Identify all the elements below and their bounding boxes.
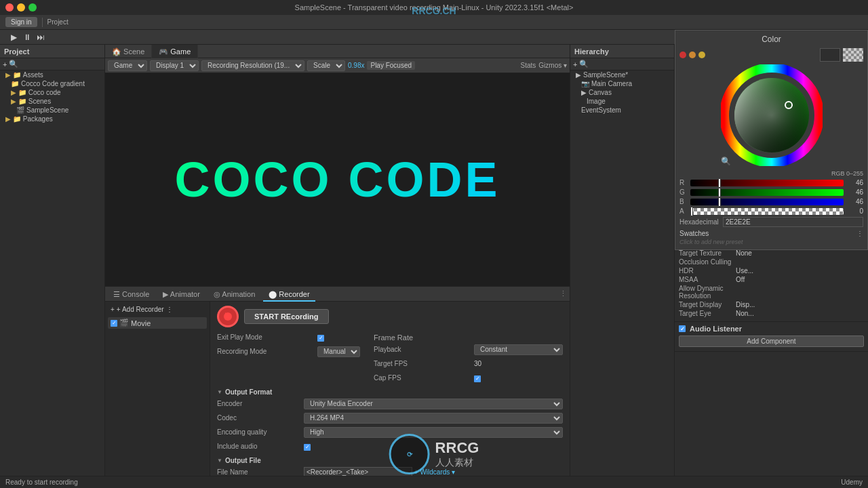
pause-button[interactable]: ⏸ bbox=[22, 32, 33, 43]
hex-label: Hexadecimal bbox=[679, 218, 720, 226]
movie-item[interactable]: ✓ 🎬 Movie bbox=[108, 317, 207, 329]
display-dropdown[interactable]: Display 1 bbox=[150, 60, 199, 71]
close-button[interactable] bbox=[5, 3, 14, 12]
file-name-input[interactable] bbox=[304, 467, 412, 476]
hex-input[interactable] bbox=[723, 217, 863, 227]
yellow-swatch[interactable] bbox=[698, 52, 705, 58]
tree-samplescene[interactable]: 🎬 SampleScene bbox=[0, 106, 104, 115]
scene-tab[interactable]: 🏠 Scene bbox=[105, 45, 152, 58]
console-tab[interactable]: ☰ Console bbox=[108, 287, 155, 302]
folder-icon: ▶ 📁 bbox=[11, 98, 26, 105]
add-button[interactable]: + bbox=[3, 60, 7, 68]
canvas-icon: ▶ bbox=[581, 89, 587, 96]
hierarchy-canvas[interactable]: ▶ Canvas bbox=[570, 88, 674, 97]
hierarchy-add[interactable]: + bbox=[573, 60, 577, 68]
color-picker-swatches-row bbox=[679, 48, 863, 62]
add-recorder-menu[interactable]: ⋮ bbox=[166, 306, 173, 313]
red-swatch[interactable] bbox=[679, 52, 686, 58]
encoder-select[interactable]: Unity Media Encoder bbox=[304, 399, 563, 409]
search-button[interactable]: 🔍 bbox=[9, 60, 18, 68]
b-thumb[interactable] bbox=[718, 197, 721, 207]
recorder-columns: Exit Play Mode ✓ Recording Mode Manual bbox=[217, 331, 563, 384]
animator-tab[interactable]: ▶ Animator bbox=[157, 287, 205, 302]
hierarchy-samplescene[interactable]: ▶ SampleScene* bbox=[570, 70, 674, 79]
orange-swatch[interactable] bbox=[689, 52, 696, 58]
exit-play-checkbox[interactable]: ✓ bbox=[317, 335, 324, 342]
r-thumb[interactable] bbox=[718, 178, 721, 188]
recording-mode-select[interactable]: Manual bbox=[317, 346, 360, 357]
maximize-button[interactable] bbox=[28, 3, 37, 12]
bottom-menu[interactable]: ⋮ bbox=[559, 289, 567, 298]
tree-assets[interactable]: ▶ 📁 Assets bbox=[0, 70, 104, 79]
play-focused-button[interactable]: Play Focused bbox=[367, 61, 415, 70]
swatches-section: Swatches ⋮ Click to add new preset bbox=[679, 230, 863, 245]
game-tab[interactable]: 🎮 Game bbox=[152, 45, 198, 58]
resolution-dropdown[interactable]: Recording Resolution (19... bbox=[201, 60, 304, 71]
eyedropper-button[interactable]: 🔍 bbox=[721, 157, 731, 166]
movie-checkbox[interactable]: ✓ bbox=[111, 320, 117, 327]
inspector-panel: Inspector ✓ Main Camera Static Tag MainC… bbox=[675, 45, 868, 476]
encoding-quality-select[interactable]: High bbox=[304, 427, 563, 438]
hex-row: Hexadecimal bbox=[679, 217, 863, 227]
tree-coco-code-label: Coco code bbox=[28, 89, 61, 96]
codec-select[interactable]: H.264 MP4 bbox=[304, 413, 563, 424]
hierarchy-image[interactable]: Image bbox=[570, 97, 674, 106]
add-component-button[interactable]: Add Component bbox=[679, 336, 864, 347]
tree-packages[interactable]: ▶ 📁 Packages bbox=[0, 115, 104, 123]
b-slider[interactable] bbox=[690, 199, 844, 205]
wildcards-button[interactable]: + Wildcards ▾ bbox=[414, 468, 455, 476]
frame-rate-label: Frame Rate bbox=[374, 331, 563, 344]
g-value: 46 bbox=[846, 188, 863, 196]
recorder-header: START REcording bbox=[217, 306, 563, 327]
center-area: 🏠 Scene 🎮 Game Game Display 1 Recording … bbox=[105, 45, 570, 476]
hierarchy-panel: Hierarchy + 🔍 ▶ SampleScene* 📷 Main Came… bbox=[570, 45, 675, 476]
game-dropdown[interactable]: Game bbox=[108, 60, 147, 71]
minimize-button[interactable] bbox=[17, 3, 25, 12]
playback-label: Playback bbox=[374, 344, 469, 356]
tree-coco-code[interactable]: ▶ 📁 Coco code bbox=[0, 88, 104, 97]
a-slider[interactable] bbox=[690, 208, 844, 215]
hdr-value: Use... bbox=[736, 267, 753, 274]
playback-select[interactable]: Constant bbox=[474, 344, 563, 355]
add-preset-label: Click to add new preset bbox=[679, 239, 863, 245]
tree-coco-gradient[interactable]: 📁 Cocco Code gradient bbox=[0, 79, 104, 88]
animation-tab[interactable]: ◎ Animation bbox=[208, 287, 260, 302]
g-thumb[interactable] bbox=[718, 188, 721, 197]
play-button[interactable]: ▶ bbox=[8, 32, 19, 43]
view-tabs: 🏠 Scene 🎮 Game bbox=[105, 45, 570, 58]
scale-dropdown[interactable]: Scale bbox=[307, 60, 345, 71]
tree-scenes[interactable]: ▶ 📁 Scenes bbox=[0, 97, 104, 106]
hdr-label: HDR bbox=[679, 267, 733, 274]
r-slider[interactable] bbox=[690, 180, 844, 186]
include-audio-value: ✓ bbox=[304, 441, 563, 453]
a-thumb[interactable] bbox=[690, 207, 693, 216]
include-audio-checkbox[interactable]: ✓ bbox=[304, 444, 311, 451]
project-panel: Project + 🔍 ▶ 📁 Assets 📁 Cocco Code grad… bbox=[0, 45, 105, 476]
recorder-left-panel: + + Add Recorder ⋮ ✓ 🎬 Movie bbox=[105, 302, 210, 476]
folder-icon: ▶ 📁 bbox=[11, 89, 26, 96]
hierarchy-main-camera[interactable]: 📷 Main Camera bbox=[570, 79, 674, 88]
hierarchy-header: Hierarchy bbox=[570, 45, 674, 58]
a-value: 0 bbox=[846, 207, 863, 215]
gizmos-btn[interactable]: Gizmos ▾ bbox=[538, 62, 567, 69]
record-button-inner bbox=[224, 312, 232, 321]
record-button[interactable] bbox=[217, 306, 239, 327]
stats-btn[interactable]: Stats bbox=[521, 62, 536, 69]
cap-fps-checkbox[interactable]: ✓ bbox=[474, 375, 481, 382]
recorder-tab[interactable]: ⬤ Recorder bbox=[263, 287, 315, 302]
audio-listener-enabled[interactable]: ✓ bbox=[679, 325, 686, 332]
sign-in-button[interactable]: Sign in bbox=[5, 17, 37, 27]
step-button[interactable]: ⏭ bbox=[35, 32, 46, 43]
add-recorder-button[interactable]: + + Add Recorder ⋮ bbox=[108, 304, 207, 314]
hierarchy-search[interactable]: 🔍 bbox=[579, 60, 589, 68]
hierarchy-event-system[interactable]: EventSystem bbox=[570, 106, 674, 115]
play-controls: ▶ ⏸ ⏭ bbox=[8, 32, 46, 43]
swatches-label: Swatches bbox=[679, 230, 709, 237]
start-recording-button[interactable]: START REcording bbox=[244, 309, 329, 324]
g-slider[interactable] bbox=[690, 189, 844, 196]
bottom-panel: ☰ Console ▶ Animator ◎ Animation ⬤ Recor… bbox=[105, 286, 570, 476]
include-audio-label: Include audio bbox=[217, 441, 298, 453]
swatches-menu[interactable]: ⋮ bbox=[856, 230, 863, 237]
dynamic-res-row: Allow Dynamic Resolution bbox=[679, 285, 864, 300]
target-eye-label: Target Eye bbox=[679, 310, 733, 317]
